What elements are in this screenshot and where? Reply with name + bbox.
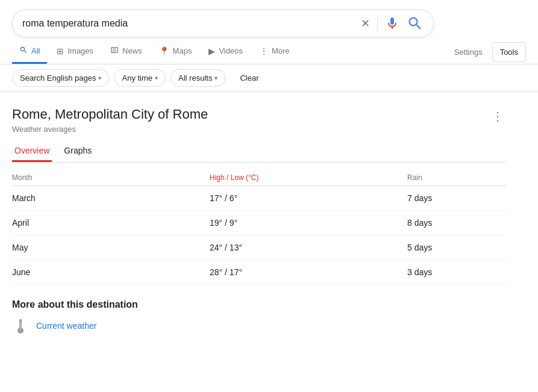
nav-right: Settings Tools	[447, 42, 526, 62]
videos-icon: ▶	[208, 46, 215, 56]
more-vert-icon[interactable]: ⋮	[489, 107, 506, 126]
search-english-pages-filter[interactable]: Search English pages ▾	[12, 69, 109, 87]
weather-card: Rome, Metropolitan City of Rome Weather …	[12, 107, 506, 334]
row-month-april: April	[12, 218, 210, 228]
row-rain-june: 3 days	[407, 267, 506, 277]
all-results-filter[interactable]: All results ▾	[170, 69, 225, 87]
tab-news-label: News	[122, 46, 142, 55]
search-bar-container: ✕	[0, 0, 538, 37]
table-row: March 17° / 6° 7 days	[12, 186, 506, 211]
any-time-label: Any time	[122, 73, 152, 82]
row-rain-may: 5 days	[407, 243, 506, 252]
table-row: May 24° / 13° 5 days	[12, 235, 506, 260]
main-content: Rome, Metropolitan City of Rome Weather …	[0, 92, 518, 344]
tab-videos[interactable]: ▶ Videos	[201, 40, 250, 64]
all-results-label: All results	[178, 73, 212, 82]
header-temp: High / Low (°C)	[210, 173, 407, 182]
tab-videos-label: Videos	[219, 46, 243, 55]
row-rain-march: 7 days	[407, 193, 506, 203]
header-rain: Rain	[407, 173, 506, 182]
row-month-may: May	[12, 243, 210, 252]
tab-all[interactable]: All	[12, 40, 47, 64]
tab-images-label: Images	[67, 46, 93, 55]
tab-overview-label: Overview	[14, 146, 49, 155]
divider	[377, 16, 378, 31]
filters-bar: Search English pages ▾ Any time ▾ All re…	[0, 64, 538, 92]
more-icon: ⋮	[260, 46, 268, 56]
more-about-section: More about this destination Current weat…	[12, 299, 506, 334]
chevron-down-icon: ▾	[98, 75, 101, 81]
current-weather-link[interactable]: Current weather	[12, 317, 506, 334]
chevron-down-icon-3: ▾	[214, 75, 217, 81]
row-month-march: March	[12, 193, 210, 203]
row-temp-march: 17° / 6°	[210, 193, 407, 203]
tab-news[interactable]: News	[103, 40, 149, 64]
row-month-june: June	[12, 267, 210, 277]
card-tabs: Overview Graphs	[12, 141, 506, 163]
mic-icon[interactable]	[385, 16, 399, 31]
images-icon: ⊞	[57, 46, 64, 56]
search-bar: ✕	[12, 10, 434, 37]
tab-graphs[interactable]: Graphs	[61, 141, 94, 162]
settings-button[interactable]: Settings	[447, 43, 490, 61]
header-month: Month	[12, 173, 210, 182]
tab-images[interactable]: ⊞ Images	[49, 40, 101, 64]
tab-maps-label: Maps	[173, 46, 192, 55]
search-english-pages-label: Search English pages	[20, 73, 96, 82]
search-input[interactable]	[22, 18, 361, 29]
clear-button[interactable]: Clear	[233, 70, 266, 86]
location-title: Rome, Metropolitan City of Rome	[12, 107, 208, 122]
more-about-title: More about this destination	[12, 299, 506, 310]
row-temp-april: 19° / 9°	[210, 218, 407, 228]
chevron-down-icon-2: ▾	[155, 75, 158, 81]
row-temp-may: 24° / 13°	[210, 243, 407, 252]
tab-graphs-label: Graphs	[64, 146, 92, 155]
all-icon	[19, 46, 28, 56]
nav-tabs: All ⊞ Images News 📍 Maps ▶ Videos ⋮ More…	[0, 40, 538, 64]
table-row: April 19° / 9° 8 days	[12, 211, 506, 235]
tab-maps[interactable]: 📍 Maps	[152, 40, 199, 64]
row-rain-april: 8 days	[407, 218, 506, 228]
current-weather-label[interactable]: Current weather	[36, 321, 96, 331]
tab-more-label: More	[272, 46, 290, 55]
tools-button[interactable]: Tools	[492, 42, 526, 62]
weather-table: Month High / Low (°C) Rain March 17° / 6…	[12, 170, 506, 285]
search-bar-icons: ✕	[361, 15, 424, 32]
thermometer-icon	[12, 317, 29, 334]
tab-overview[interactable]: Overview	[12, 141, 52, 162]
search-icon[interactable]	[407, 15, 424, 32]
maps-icon: 📍	[159, 46, 169, 56]
news-icon	[110, 46, 119, 56]
weather-location: Rome, Metropolitan City of Rome Weather …	[12, 107, 506, 134]
weather-location-text: Rome, Metropolitan City of Rome Weather …	[12, 107, 208, 134]
row-temp-june: 28° / 17°	[210, 267, 407, 277]
svg-rect-6	[20, 322, 21, 329]
table-row: June 28° / 17° 3 days	[12, 260, 506, 285]
any-time-filter[interactable]: Any time ▾	[114, 69, 166, 87]
tab-all-label: All	[31, 46, 40, 55]
clear-search-icon[interactable]: ✕	[361, 17, 370, 30]
table-header: Month High / Low (°C) Rain	[12, 170, 506, 186]
tab-more[interactable]: ⋮ More	[252, 40, 297, 64]
weather-subtitle: Weather averages	[12, 125, 208, 134]
